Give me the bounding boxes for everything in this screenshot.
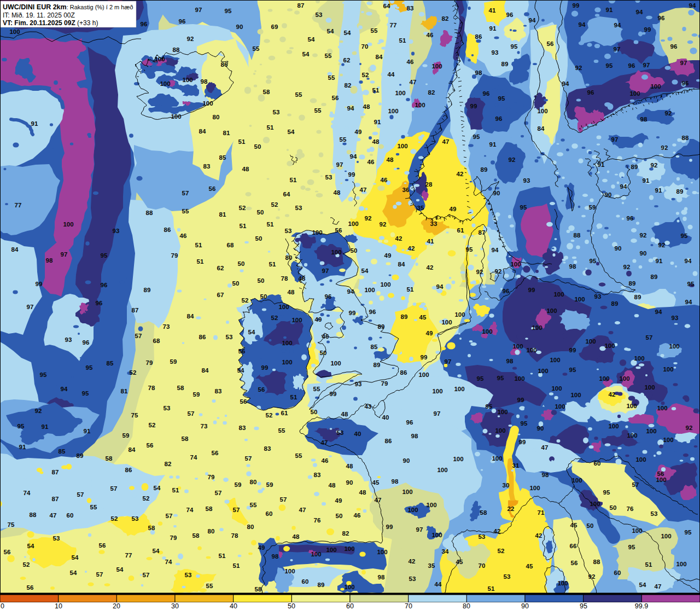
svg-text:VT: Fim. 20.11.2025 09Z (+33 h: VT: Fim. 20.11.2025 09Z (+33 h) xyxy=(3,19,98,27)
svg-text:81: 81 xyxy=(223,130,230,136)
svg-text:53: 53 xyxy=(226,334,233,340)
svg-text:83: 83 xyxy=(239,425,246,431)
svg-text:58: 58 xyxy=(192,532,200,539)
svg-text:45: 45 xyxy=(570,522,578,528)
svg-text:74: 74 xyxy=(24,490,31,496)
svg-text:53: 53 xyxy=(337,429,344,436)
svg-text:100: 100 xyxy=(344,584,354,590)
svg-text:92: 92 xyxy=(651,162,658,169)
svg-text:95: 95 xyxy=(685,529,692,536)
svg-text:100: 100 xyxy=(9,28,20,35)
svg-text:93: 93 xyxy=(594,293,602,300)
svg-text:57: 57 xyxy=(188,410,195,417)
svg-text:46: 46 xyxy=(407,59,414,65)
svg-text:92: 92 xyxy=(365,215,372,222)
svg-text:28: 28 xyxy=(425,181,433,188)
svg-text:100: 100 xyxy=(407,507,418,513)
svg-text:50: 50 xyxy=(260,293,267,300)
svg-text:75: 75 xyxy=(8,521,15,528)
svg-text:87: 87 xyxy=(52,496,59,502)
svg-text:56: 56 xyxy=(209,185,216,192)
svg-text:100: 100 xyxy=(629,90,640,97)
svg-text:76: 76 xyxy=(627,506,634,512)
svg-text:99: 99 xyxy=(470,103,477,109)
svg-text:53: 53 xyxy=(651,510,658,517)
svg-text:95: 95 xyxy=(486,403,493,410)
svg-text:54: 54 xyxy=(344,30,351,36)
svg-text:97: 97 xyxy=(434,410,441,417)
svg-text:68: 68 xyxy=(153,338,160,344)
svg-text:76: 76 xyxy=(314,517,321,524)
svg-text:60: 60 xyxy=(614,570,621,576)
svg-text:100: 100 xyxy=(663,366,673,373)
svg-text:91: 91 xyxy=(489,141,497,148)
svg-text:48: 48 xyxy=(387,156,394,163)
svg-text:97: 97 xyxy=(336,161,343,168)
svg-text:86: 86 xyxy=(164,226,171,233)
svg-text:100: 100 xyxy=(657,405,667,411)
svg-text:87: 87 xyxy=(298,2,305,9)
svg-text:52: 52 xyxy=(143,495,150,502)
svg-text:83: 83 xyxy=(203,163,211,170)
svg-text:100: 100 xyxy=(661,533,671,539)
svg-text:69: 69 xyxy=(271,24,278,30)
svg-text:100: 100 xyxy=(453,456,463,462)
svg-text:96: 96 xyxy=(483,90,490,97)
svg-text:89: 89 xyxy=(651,274,658,280)
svg-text:97: 97 xyxy=(27,304,34,310)
svg-text:51: 51 xyxy=(290,177,297,183)
svg-text:96: 96 xyxy=(83,339,90,346)
svg-text:92: 92 xyxy=(495,268,502,275)
svg-text:48: 48 xyxy=(242,166,249,172)
svg-text:52: 52 xyxy=(498,548,505,554)
svg-text:49: 49 xyxy=(355,129,362,135)
svg-text:97: 97 xyxy=(643,62,650,68)
svg-text:42: 42 xyxy=(409,558,416,565)
svg-text:42: 42 xyxy=(609,391,616,398)
svg-text:82: 82 xyxy=(428,89,435,96)
svg-text:53: 53 xyxy=(479,533,486,540)
svg-text:100: 100 xyxy=(619,375,629,382)
svg-text:92: 92 xyxy=(661,144,668,151)
svg-text:86: 86 xyxy=(199,334,206,340)
svg-text:94: 94 xyxy=(347,288,354,295)
svg-text:99: 99 xyxy=(644,26,651,33)
svg-text:100: 100 xyxy=(282,359,292,365)
svg-text:100: 100 xyxy=(397,143,407,149)
svg-text:57: 57 xyxy=(96,571,103,578)
svg-text:100: 100 xyxy=(627,432,637,439)
svg-text:42: 42 xyxy=(457,171,464,177)
svg-text:88: 88 xyxy=(30,512,37,518)
svg-text:100: 100 xyxy=(282,340,292,346)
svg-text:92: 92 xyxy=(640,232,647,239)
svg-text:100: 100 xyxy=(656,477,666,483)
svg-text:50: 50 xyxy=(232,280,240,287)
svg-text:95: 95 xyxy=(580,602,587,610)
svg-text:100: 100 xyxy=(669,343,679,350)
svg-text:82: 82 xyxy=(345,82,352,89)
svg-text:84: 84 xyxy=(538,125,545,132)
svg-text:95: 95 xyxy=(687,281,695,287)
svg-text:92: 92 xyxy=(658,242,666,248)
svg-text:46: 46 xyxy=(322,333,329,340)
svg-text:98: 98 xyxy=(475,69,482,76)
svg-text:89: 89 xyxy=(401,313,408,320)
svg-text:82: 82 xyxy=(165,461,172,467)
svg-text:53: 53 xyxy=(295,205,302,211)
svg-text:96: 96 xyxy=(406,419,413,426)
svg-text:100: 100 xyxy=(495,427,505,434)
svg-text:100: 100 xyxy=(454,386,464,392)
svg-text:55: 55 xyxy=(250,502,257,508)
svg-text:93: 93 xyxy=(65,336,72,343)
svg-text:47: 47 xyxy=(375,497,382,503)
svg-text:42: 42 xyxy=(427,264,434,271)
svg-text:48: 48 xyxy=(346,463,353,469)
svg-text:96: 96 xyxy=(179,18,186,25)
svg-text:50: 50 xyxy=(610,504,617,511)
svg-text:66: 66 xyxy=(570,543,577,549)
svg-text:96: 96 xyxy=(369,309,376,315)
svg-text:57: 57 xyxy=(646,334,653,341)
svg-text:95: 95 xyxy=(521,420,528,427)
svg-text:55: 55 xyxy=(253,45,260,52)
svg-text:87: 87 xyxy=(132,307,139,313)
